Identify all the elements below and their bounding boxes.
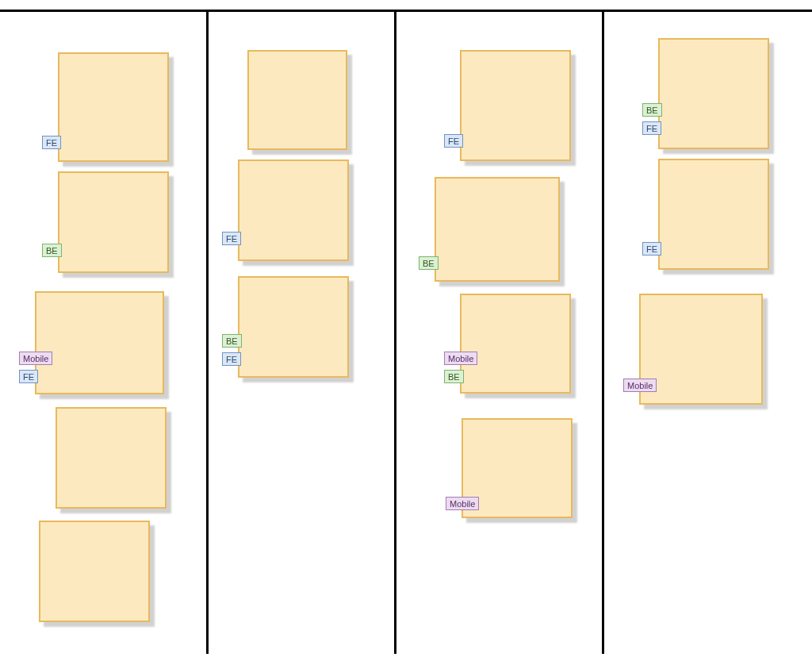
tag-fe[interactable]: FE bbox=[444, 134, 463, 148]
tag-be[interactable]: BE bbox=[642, 103, 662, 117]
sticky-note[interactable] bbox=[56, 407, 167, 509]
tag-be[interactable]: BE bbox=[222, 334, 242, 348]
tag-mobile[interactable]: Mobile bbox=[444, 352, 477, 365]
sticky-note[interactable] bbox=[39, 521, 150, 622]
column-divider bbox=[602, 11, 604, 654]
sticky-note-face bbox=[658, 38, 769, 149]
sticky-note-face bbox=[238, 159, 349, 261]
sticky-note[interactable] bbox=[238, 276, 349, 378]
sticky-note[interactable] bbox=[238, 159, 349, 261]
tag-fe[interactable]: FE bbox=[42, 136, 61, 149]
sticky-note[interactable] bbox=[658, 38, 769, 149]
tag-be[interactable]: BE bbox=[42, 244, 62, 257]
sticky-note-face bbox=[247, 50, 347, 150]
sticky-note-face bbox=[435, 177, 560, 282]
tag-fe[interactable]: FE bbox=[642, 242, 661, 256]
sticky-note-face bbox=[58, 171, 169, 273]
sticky-note-face bbox=[58, 52, 169, 162]
sticky-note[interactable] bbox=[35, 291, 164, 394]
tag-mobile[interactable]: Mobile bbox=[19, 352, 52, 365]
tag-be[interactable]: BE bbox=[444, 370, 464, 383]
tag-fe[interactable]: FE bbox=[642, 121, 661, 135]
sticky-note[interactable] bbox=[460, 294, 571, 394]
column-divider bbox=[206, 11, 209, 654]
tag-fe[interactable]: FE bbox=[222, 352, 241, 366]
sticky-note[interactable] bbox=[58, 52, 169, 162]
sticky-note[interactable] bbox=[247, 50, 347, 150]
sticky-note-face bbox=[639, 294, 763, 405]
column-divider bbox=[394, 11, 396, 654]
sticky-note-face bbox=[39, 521, 150, 622]
sticky-note-face bbox=[658, 159, 769, 270]
sticky-note[interactable] bbox=[460, 50, 571, 161]
sticky-note-face bbox=[238, 276, 349, 378]
tag-mobile[interactable]: Mobile bbox=[623, 379, 657, 392]
sticky-note[interactable] bbox=[639, 294, 763, 405]
tag-be[interactable]: BE bbox=[419, 256, 439, 270]
tag-fe[interactable]: FE bbox=[19, 370, 38, 383]
sticky-note[interactable] bbox=[435, 177, 560, 282]
sticky-note-face bbox=[460, 294, 571, 394]
tag-fe[interactable]: FE bbox=[222, 232, 241, 245]
sticky-note-face bbox=[35, 291, 164, 394]
sticky-note[interactable] bbox=[58, 171, 169, 273]
sticky-note-face bbox=[56, 407, 167, 509]
sticky-note-face bbox=[460, 50, 571, 161]
sticky-note[interactable] bbox=[658, 159, 769, 270]
tag-mobile[interactable]: Mobile bbox=[446, 497, 479, 510]
horizontal-divider bbox=[0, 10, 812, 12]
